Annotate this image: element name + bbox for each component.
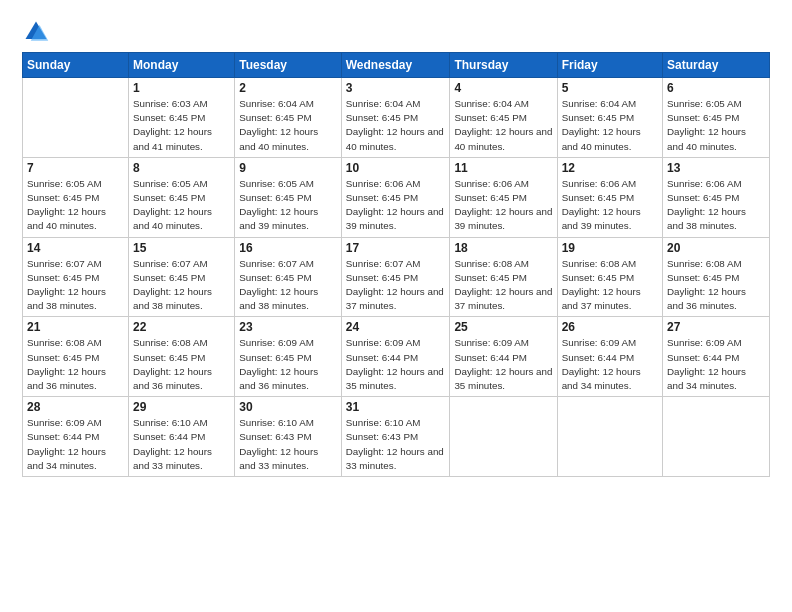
- day-number: 5: [562, 81, 658, 95]
- day-info: Sunrise: 6:08 AMSunset: 6:45 PMDaylight:…: [27, 336, 124, 393]
- day-info: Sunrise: 6:07 AMSunset: 6:45 PMDaylight:…: [346, 257, 446, 314]
- day-info: Sunrise: 6:09 AMSunset: 6:45 PMDaylight:…: [239, 336, 337, 393]
- calendar-cell: 21Sunrise: 6:08 AMSunset: 6:45 PMDayligh…: [23, 317, 129, 397]
- day-info: Sunrise: 6:09 AMSunset: 6:44 PMDaylight:…: [562, 336, 658, 393]
- day-info: Sunrise: 6:10 AMSunset: 6:44 PMDaylight:…: [133, 416, 230, 473]
- day-info: Sunrise: 6:10 AMSunset: 6:43 PMDaylight:…: [239, 416, 337, 473]
- calendar-cell: 20Sunrise: 6:08 AMSunset: 6:45 PMDayligh…: [663, 237, 770, 317]
- day-info: Sunrise: 6:05 AMSunset: 6:45 PMDaylight:…: [27, 177, 124, 234]
- day-number: 18: [454, 241, 552, 255]
- calendar-cell: 14Sunrise: 6:07 AMSunset: 6:45 PMDayligh…: [23, 237, 129, 317]
- calendar-cell: 13Sunrise: 6:06 AMSunset: 6:45 PMDayligh…: [663, 157, 770, 237]
- day-info: Sunrise: 6:06 AMSunset: 6:45 PMDaylight:…: [562, 177, 658, 234]
- day-info: Sunrise: 6:08 AMSunset: 6:45 PMDaylight:…: [562, 257, 658, 314]
- calendar-header-friday: Friday: [557, 53, 662, 78]
- day-number: 11: [454, 161, 552, 175]
- calendar-header-sunday: Sunday: [23, 53, 129, 78]
- day-number: 28: [27, 400, 124, 414]
- day-number: 31: [346, 400, 446, 414]
- day-info: Sunrise: 6:09 AMSunset: 6:44 PMDaylight:…: [667, 336, 765, 393]
- day-info: Sunrise: 6:06 AMSunset: 6:45 PMDaylight:…: [346, 177, 446, 234]
- day-number: 13: [667, 161, 765, 175]
- day-number: 3: [346, 81, 446, 95]
- day-number: 1: [133, 81, 230, 95]
- calendar-week-row: 1Sunrise: 6:03 AMSunset: 6:45 PMDaylight…: [23, 78, 770, 158]
- day-info: Sunrise: 6:09 AMSunset: 6:44 PMDaylight:…: [27, 416, 124, 473]
- day-number: 14: [27, 241, 124, 255]
- calendar-cell: 7Sunrise: 6:05 AMSunset: 6:45 PMDaylight…: [23, 157, 129, 237]
- calendar-cell: 10Sunrise: 6:06 AMSunset: 6:45 PMDayligh…: [341, 157, 450, 237]
- day-info: Sunrise: 6:07 AMSunset: 6:45 PMDaylight:…: [239, 257, 337, 314]
- calendar-header-saturday: Saturday: [663, 53, 770, 78]
- day-info: Sunrise: 6:07 AMSunset: 6:45 PMDaylight:…: [133, 257, 230, 314]
- calendar-cell: 9Sunrise: 6:05 AMSunset: 6:45 PMDaylight…: [235, 157, 342, 237]
- day-number: 12: [562, 161, 658, 175]
- calendar-cell: 26Sunrise: 6:09 AMSunset: 6:44 PMDayligh…: [557, 317, 662, 397]
- calendar-cell: 31Sunrise: 6:10 AMSunset: 6:43 PMDayligh…: [341, 397, 450, 477]
- day-info: Sunrise: 6:10 AMSunset: 6:43 PMDaylight:…: [346, 416, 446, 473]
- calendar-week-row: 21Sunrise: 6:08 AMSunset: 6:45 PMDayligh…: [23, 317, 770, 397]
- day-info: Sunrise: 6:05 AMSunset: 6:45 PMDaylight:…: [133, 177, 230, 234]
- day-number: 17: [346, 241, 446, 255]
- day-number: 30: [239, 400, 337, 414]
- day-number: 16: [239, 241, 337, 255]
- day-info: Sunrise: 6:09 AMSunset: 6:44 PMDaylight:…: [454, 336, 552, 393]
- day-number: 25: [454, 320, 552, 334]
- calendar-header-tuesday: Tuesday: [235, 53, 342, 78]
- calendar-cell: 6Sunrise: 6:05 AMSunset: 6:45 PMDaylight…: [663, 78, 770, 158]
- logo: [22, 18, 54, 46]
- day-info: Sunrise: 6:08 AMSunset: 6:45 PMDaylight:…: [454, 257, 552, 314]
- calendar-cell: 24Sunrise: 6:09 AMSunset: 6:44 PMDayligh…: [341, 317, 450, 397]
- calendar-header-monday: Monday: [129, 53, 235, 78]
- day-number: 27: [667, 320, 765, 334]
- calendar-cell: 8Sunrise: 6:05 AMSunset: 6:45 PMDaylight…: [129, 157, 235, 237]
- day-number: 9: [239, 161, 337, 175]
- calendar-header-wednesday: Wednesday: [341, 53, 450, 78]
- calendar-cell: [557, 397, 662, 477]
- calendar-week-row: 28Sunrise: 6:09 AMSunset: 6:44 PMDayligh…: [23, 397, 770, 477]
- calendar-cell: 22Sunrise: 6:08 AMSunset: 6:45 PMDayligh…: [129, 317, 235, 397]
- day-number: 22: [133, 320, 230, 334]
- calendar-cell: [450, 397, 557, 477]
- calendar-cell: 29Sunrise: 6:10 AMSunset: 6:44 PMDayligh…: [129, 397, 235, 477]
- calendar-header-row: SundayMondayTuesdayWednesdayThursdayFrid…: [23, 53, 770, 78]
- day-info: Sunrise: 6:07 AMSunset: 6:45 PMDaylight:…: [27, 257, 124, 314]
- day-number: 2: [239, 81, 337, 95]
- calendar-cell: 19Sunrise: 6:08 AMSunset: 6:45 PMDayligh…: [557, 237, 662, 317]
- calendar-cell: 16Sunrise: 6:07 AMSunset: 6:45 PMDayligh…: [235, 237, 342, 317]
- day-info: Sunrise: 6:05 AMSunset: 6:45 PMDaylight:…: [239, 177, 337, 234]
- calendar: SundayMondayTuesdayWednesdayThursdayFrid…: [22, 52, 770, 477]
- day-number: 10: [346, 161, 446, 175]
- day-info: Sunrise: 6:04 AMSunset: 6:45 PMDaylight:…: [562, 97, 658, 154]
- logo-icon: [22, 18, 50, 46]
- day-info: Sunrise: 6:08 AMSunset: 6:45 PMDaylight:…: [133, 336, 230, 393]
- day-number: 21: [27, 320, 124, 334]
- calendar-cell: 4Sunrise: 6:04 AMSunset: 6:45 PMDaylight…: [450, 78, 557, 158]
- calendar-week-row: 14Sunrise: 6:07 AMSunset: 6:45 PMDayligh…: [23, 237, 770, 317]
- calendar-cell: [23, 78, 129, 158]
- calendar-cell: 5Sunrise: 6:04 AMSunset: 6:45 PMDaylight…: [557, 78, 662, 158]
- day-info: Sunrise: 6:08 AMSunset: 6:45 PMDaylight:…: [667, 257, 765, 314]
- day-info: Sunrise: 6:06 AMSunset: 6:45 PMDaylight:…: [667, 177, 765, 234]
- day-number: 23: [239, 320, 337, 334]
- day-info: Sunrise: 6:04 AMSunset: 6:45 PMDaylight:…: [454, 97, 552, 154]
- day-number: 4: [454, 81, 552, 95]
- calendar-cell: 25Sunrise: 6:09 AMSunset: 6:44 PMDayligh…: [450, 317, 557, 397]
- day-number: 26: [562, 320, 658, 334]
- day-number: 15: [133, 241, 230, 255]
- calendar-cell: 1Sunrise: 6:03 AMSunset: 6:45 PMDaylight…: [129, 78, 235, 158]
- calendar-cell: 17Sunrise: 6:07 AMSunset: 6:45 PMDayligh…: [341, 237, 450, 317]
- calendar-cell: 12Sunrise: 6:06 AMSunset: 6:45 PMDayligh…: [557, 157, 662, 237]
- calendar-cell: 18Sunrise: 6:08 AMSunset: 6:45 PMDayligh…: [450, 237, 557, 317]
- day-number: 29: [133, 400, 230, 414]
- page: SundayMondayTuesdayWednesdayThursdayFrid…: [0, 0, 792, 612]
- day-info: Sunrise: 6:04 AMSunset: 6:45 PMDaylight:…: [239, 97, 337, 154]
- calendar-cell: 30Sunrise: 6:10 AMSunset: 6:43 PMDayligh…: [235, 397, 342, 477]
- calendar-cell: 15Sunrise: 6:07 AMSunset: 6:45 PMDayligh…: [129, 237, 235, 317]
- day-info: Sunrise: 6:05 AMSunset: 6:45 PMDaylight:…: [667, 97, 765, 154]
- calendar-cell: 2Sunrise: 6:04 AMSunset: 6:45 PMDaylight…: [235, 78, 342, 158]
- day-number: 8: [133, 161, 230, 175]
- calendar-cell: [663, 397, 770, 477]
- day-number: 6: [667, 81, 765, 95]
- day-number: 24: [346, 320, 446, 334]
